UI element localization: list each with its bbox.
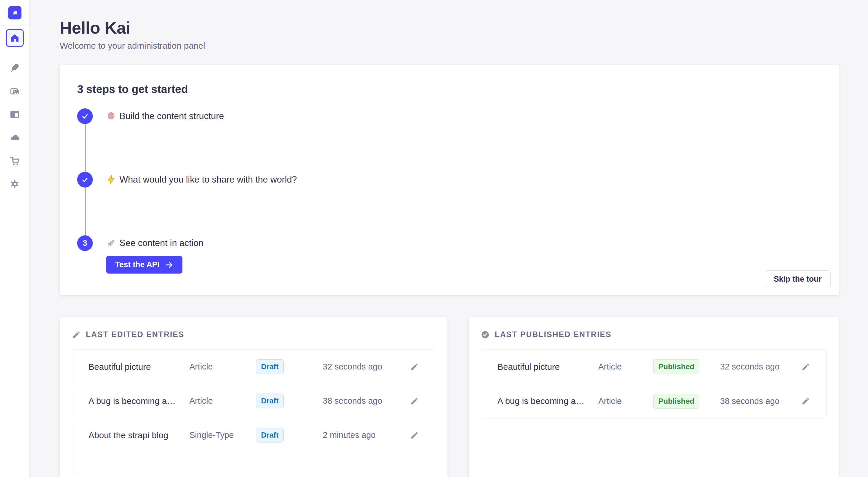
entry-time: 2 minutes ago	[323, 430, 410, 440]
sidebar-item-home[interactable]	[6, 29, 24, 47]
edit-entry-button[interactable]	[801, 363, 810, 371]
step-label: What would you like to share with the wo…	[106, 174, 297, 185]
sidebar-item-marketplace[interactable]	[6, 152, 24, 170]
last-edited-header: LAST EDITED ENTRIES	[72, 330, 435, 339]
entry-kind: Article	[189, 396, 256, 406]
entry-title: Beautiful picture	[89, 362, 189, 372]
step-label-text: What would you like to share with the wo…	[120, 174, 297, 185]
sidebar-item-media-library[interactable]	[6, 82, 24, 100]
step-done-indicator	[77, 172, 93, 188]
onboarding-title: 3 steps to get started	[77, 83, 822, 96]
page-subtitle: Welcome to your administration panel	[60, 41, 839, 51]
entry-time: 32 seconds ago	[323, 362, 410, 372]
test-the-api-button[interactable]: Test the API	[106, 256, 182, 274]
last-edited-entries-card: LAST EDITED ENTRIES Beautiful picture Ar…	[60, 317, 447, 477]
sidebar-divider	[0, 25, 30, 26]
last-edited-heading: LAST EDITED ENTRIES	[86, 330, 184, 339]
step-number-indicator: 3	[77, 235, 93, 251]
media-images-icon	[9, 86, 20, 97]
edit-entry-button[interactable]	[410, 431, 419, 440]
entry-time: 32 seconds ago	[720, 362, 801, 372]
last-published-header: LAST PUBLISHED ENTRIES	[481, 330, 827, 339]
test-the-api-label: Test the API	[115, 260, 159, 269]
pencil-icon	[410, 431, 419, 440]
step-build-content-structure: Build the content structure	[77, 108, 822, 124]
entry-title: Beautiful picture	[497, 362, 598, 372]
entry-kind: Article	[598, 397, 653, 406]
step-see-content-in-action: 3 See content in action	[77, 235, 822, 251]
table-row[interactable]: A bug is becoming a… Article Draft 38 se…	[72, 384, 435, 418]
last-published-heading: LAST PUBLISHED ENTRIES	[495, 330, 612, 339]
step-connector	[85, 188, 86, 235]
status-badge: Published	[653, 394, 699, 409]
pencil-icon	[801, 363, 810, 371]
page-header: Hello Kai Welcome to your administration…	[60, 0, 839, 51]
pencil-icon	[410, 363, 419, 371]
onboarding-card: 3 steps to get started Build the content	[60, 65, 839, 295]
step-label: See content in action	[106, 238, 204, 248]
pencil-icon	[410, 397, 419, 405]
gear-icon	[9, 179, 20, 189]
strapi-logo[interactable]	[8, 6, 22, 20]
step-label-text: See content in action	[120, 238, 204, 248]
step-connector	[85, 124, 86, 172]
pencil-icon	[72, 330, 81, 339]
main-content: Hello Kai Welcome to your administration…	[30, 0, 868, 477]
sidebar-item-cloud[interactable]	[6, 129, 24, 147]
entries-section: LAST EDITED ENTRIES Beautiful picture Ar…	[60, 317, 839, 477]
rocket-emoji	[106, 238, 116, 248]
status-badge: Draft	[256, 394, 284, 408]
table-row[interactable]: About the strapi blog Single-Type Draft …	[72, 418, 435, 452]
sidebar-nav	[6, 29, 24, 193]
sidebar-item-content-manager[interactable]	[6, 105, 24, 124]
last-edited-table: Beautiful picture Article Draft 32 secon…	[72, 349, 435, 474]
status-badge: Draft	[256, 428, 284, 443]
step-label-text: Build the content structure	[120, 111, 224, 122]
table-row[interactable]: Beautiful picture Article Published 32 s…	[481, 350, 826, 384]
page-title: Hello Kai	[60, 18, 839, 37]
entry-title: About the strapi blog	[89, 430, 189, 440]
last-published-table: Beautiful picture Article Published 32 s…	[481, 349, 827, 418]
last-published-entries-card: LAST PUBLISHED ENTRIES Beautiful picture…	[469, 317, 839, 477]
strapi-logo-glyph	[9, 7, 20, 18]
check-circle-icon	[481, 330, 490, 339]
pencil-icon	[801, 397, 810, 405]
status-badge: Published	[653, 359, 699, 374]
entry-kind: Article	[598, 362, 653, 372]
status-badge: Draft	[256, 359, 284, 374]
entry-time: 38 seconds ago	[720, 397, 801, 406]
step-action: Test the API	[106, 256, 822, 274]
entry-title: A bug is becoming a…	[89, 396, 189, 406]
edit-entry-button[interactable]	[801, 397, 810, 405]
edit-entry-button[interactable]	[410, 397, 419, 405]
cart-icon	[9, 156, 20, 166]
brain-emoji	[106, 111, 116, 121]
sidebar-item-settings[interactable]	[6, 175, 24, 193]
table-row[interactable]: A bug is becoming a… Article Published 3…	[481, 384, 826, 418]
step-done-indicator	[77, 108, 93, 124]
skip-the-tour-button[interactable]: Skip the tour	[765, 270, 831, 288]
feather-icon	[9, 63, 20, 73]
table-row[interactable]: Beautiful picture Article Draft 32 secon…	[72, 350, 435, 384]
arrow-right-icon	[165, 261, 174, 269]
step-share-with-world: What would you like to share with the wo…	[77, 172, 822, 188]
strapi-admin-app: Hello Kai Welcome to your administration…	[0, 0, 868, 477]
check-icon	[81, 176, 89, 183]
zap-emoji	[106, 175, 116, 184]
edit-entry-button[interactable]	[410, 363, 419, 371]
entry-time: 38 seconds ago	[323, 396, 410, 406]
check-icon	[81, 112, 89, 120]
layout-icon	[9, 109, 20, 120]
sidebar-item-content-type-builder[interactable]	[6, 59, 24, 77]
entry-kind: Article	[189, 362, 256, 372]
entry-title: A bug is becoming a…	[497, 396, 598, 406]
onboarding-steps: Build the content structure What	[77, 108, 822, 274]
home-icon	[9, 33, 20, 43]
step-label: Build the content structure	[106, 111, 224, 122]
cloud-icon	[9, 132, 20, 143]
sidebar	[0, 0, 30, 477]
entry-kind: Single-Type	[189, 430, 256, 440]
